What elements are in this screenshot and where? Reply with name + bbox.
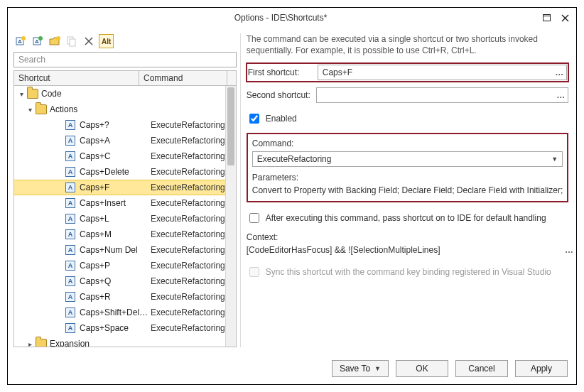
table-row[interactable]: ACaps+LExecuteRefactoring [14,211,225,227]
new-shortcut-alt-icon[interactable]: A [31,34,45,48]
search-input[interactable]: Search [13,52,237,67]
ellipsis-icon[interactable]: … [565,245,573,255]
parameters-input[interactable]: Convert to Property with Backing Field; … [252,185,563,195]
parameters-label: Parameters: [252,173,563,183]
new-folder-icon[interactable] [48,34,62,48]
shortcut-tree[interactable]: ▾Code▾ActionsACaps+?ExecuteRefactoringAC… [14,86,225,347]
command-dropdown[interactable]: ExecuteRefactoring ▼ [252,151,563,167]
passthrough-checkbox-row: After executing this command, pass short… [247,211,569,225]
apply-label: Apply [531,364,552,374]
ellipsis-icon[interactable]: … [556,90,565,100]
command-cell: ExecuteRefactoring [151,151,225,161]
context-input[interactable]: [CodeEditorHasFocus] && ![SelectionMulti… [247,245,569,255]
maximize-button[interactable] [539,12,553,23]
action-icon: A [65,183,75,192]
close-button[interactable] [558,12,572,23]
ellipsis-icon[interactable]: … [555,67,563,77]
shortcut-cell: Caps+P [80,261,151,271]
command-label: Command: [252,138,563,148]
left-toolbar: A A Alt [13,33,237,52]
table-row[interactable]: ACaps+Num DelExecuteRefactoring [14,242,225,258]
description-text: The command can be executed via a single… [247,33,569,56]
col-command[interactable]: Command [139,71,227,85]
cancel-button[interactable]: Cancel [455,360,508,377]
svg-rect-0 [543,15,550,21]
table-row[interactable]: ACaps+PExecuteRefactoring [14,258,225,273]
enabled-checkbox[interactable] [249,114,259,124]
tree-label: Actions [50,104,77,114]
expand-icon[interactable]: ▾ [26,105,34,114]
shortcut-cell: Caps+Q [80,276,151,286]
table-row[interactable]: ACaps+SpaceExecuteRefactoring [14,320,225,336]
first-shortcut-input[interactable]: Caps+F … [318,65,568,80]
delete-icon[interactable] [82,34,96,48]
folder-icon [36,104,47,114]
chevron-down-icon: ▼ [551,156,558,163]
ok-button[interactable]: OK [396,360,448,377]
window-title: Options - IDE\Shortcuts* [26,13,535,23]
svg-point-9 [38,36,43,40]
tree-node-actions[interactable]: ▾Actions [14,102,225,117]
table-row[interactable]: ACaps+CExecuteRefactoring [14,148,225,164]
first-shortcut-row: First shortcut: Caps+F … [247,63,569,82]
second-shortcut-row: Second shortcut: … [247,87,569,103]
sync-label: Sync this shortcut with the command key … [266,267,551,277]
shortcut-cell: Caps+Insert [80,198,151,208]
expand-icon[interactable]: ▸ [26,339,34,347]
save-to-button[interactable]: Save To ▼ [332,360,389,377]
table-row[interactable]: ACaps+?ExecuteRefactoring [14,117,225,133]
enabled-label: Enabled [266,114,297,124]
table-row[interactable]: ACaps+MExecuteRefactoring [14,227,225,242]
shortcut-cell: Caps+M [80,229,151,239]
alt-toggle[interactable]: Alt [99,34,114,48]
action-icon: A [65,120,75,130]
shortcut-cell: Caps+Delete [80,167,151,177]
table-row[interactable]: ACaps+RExecuteRefactoring [14,289,225,305]
shortcut-cell: Caps+R [80,292,151,302]
enabled-checkbox-row: Enabled [247,111,569,126]
action-icon: A [65,136,75,146]
tree-scrollbar[interactable] [225,86,236,347]
content-area: A A Alt Search Shortcut Command ▾Code▾Ac… [8,28,576,353]
svg-point-10 [56,36,60,40]
tree-node-code[interactable]: ▾Code [14,86,225,102]
table-row[interactable]: ACaps+Shift+Del…ExecuteRefactoring [14,305,225,320]
svg-text:A: A [35,38,39,45]
copy-icon[interactable] [65,34,79,48]
command-cell: ExecuteRefactoring [151,307,225,317]
tree-label: Expansion [50,339,90,347]
action-icon: A [65,261,75,271]
parameters-value: Convert to Property with Backing Field; … [252,185,563,195]
shortcut-cell: Caps+F [80,183,151,192]
action-icon: A [65,307,75,317]
svg-rect-12 [70,39,75,46]
table-row[interactable]: ACaps+QExecuteRefactoring [14,273,225,289]
expand-icon[interactable]: ▾ [17,89,26,98]
col-shortcut[interactable]: Shortcut [14,71,139,85]
table-row[interactable]: ACaps+InsertExecuteRefactoring [14,195,225,211]
svg-text:A: A [18,38,22,45]
shortcut-cell: Caps+Space [80,323,151,333]
command-cell: ExecuteRefactoring [151,245,225,255]
folder-icon [27,89,38,99]
tree-node-expansion[interactable]: ▸Expansion [14,336,225,347]
apply-button[interactable]: Apply [515,360,568,377]
table-row[interactable]: ACaps+FExecuteRefactoring [14,180,225,195]
action-icon: A [65,276,75,286]
passthrough-label: After executing this command, pass short… [266,213,546,223]
action-icon: A [65,229,75,239]
footer: Save To ▼ OK Cancel Apply [8,353,576,384]
new-shortcut-icon[interactable]: A [13,34,28,48]
context-value: [CodeEditorHasFocus] && ![SelectionMulti… [247,245,440,255]
table-row[interactable]: ACaps+AExecuteRefactoring [14,133,225,148]
col-extra[interactable] [227,71,236,85]
folder-icon [36,339,47,347]
svg-point-6 [21,36,26,40]
scrollbar-thumb[interactable] [227,87,234,165]
action-icon: A [65,198,75,208]
passthrough-checkbox[interactable] [249,213,259,223]
command-cell: ExecuteRefactoring [151,214,225,224]
command-cell: ExecuteRefactoring [151,183,225,192]
second-shortcut-input[interactable]: … [316,87,569,103]
table-row[interactable]: ACaps+DeleteExecuteRefactoring [14,164,225,180]
